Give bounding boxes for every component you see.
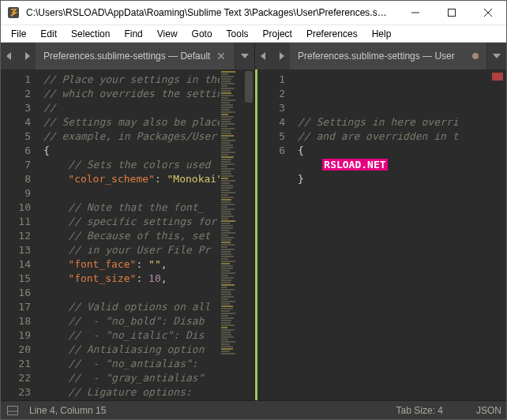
menu-tools[interactable]: Tools — [220, 27, 256, 41]
tab-row: Preferences.sublime-settings — Default P… — [1, 43, 506, 69]
code-line[interactable]: // Settings may also be placed — [43, 115, 220, 129]
code-line[interactable] — [43, 286, 220, 300]
code-line[interactable]: "color_scheme": "Monokai" — [43, 172, 220, 186]
tab-next-icon[interactable] — [272, 43, 290, 69]
status-cursor[interactable]: Line 4, Column 15 — [29, 405, 106, 416]
code-line[interactable]: { — [298, 144, 506, 158]
menu-goto[interactable]: Goto — [185, 27, 220, 41]
line-number: 13 — [6, 243, 31, 257]
menu-find[interactable]: Find — [117, 27, 149, 41]
statusbar: Line 4, Column 15 Tab Size: 4 JSON — [1, 400, 506, 419]
line-number: 22 — [6, 371, 31, 385]
app-window: C:\Users\RSLOAD\AppData\Roaming\Sublime … — [0, 0, 507, 420]
code-line[interactable] — [298, 186, 506, 201]
line-number: 3 — [262, 101, 285, 115]
line-number: 18 — [6, 314, 31, 328]
minimize-button[interactable] — [397, 1, 434, 25]
line-number: 8 — [6, 172, 31, 186]
panel-switcher-icon[interactable] — [6, 405, 20, 416]
line-number: 20 — [6, 343, 31, 357]
line-number: 10 — [6, 201, 31, 215]
line-number: 9 — [6, 186, 31, 201]
code-line[interactable]: // - "gray_antialias" — [43, 371, 220, 385]
code-line[interactable]: // Valid options on all — [43, 300, 220, 314]
code-line[interactable]: "font_size": 10, — [43, 272, 220, 286]
code-line[interactable]: // - "no_italic": Dis — [43, 328, 220, 343]
line-number: 14 — [6, 257, 31, 272]
line-number: 1 — [6, 73, 31, 87]
left-scrollbar[interactable] — [243, 69, 254, 400]
code-line[interactable]: // Note that the font_ — [43, 201, 220, 215]
code-line[interactable]: "font_face": "", — [43, 257, 220, 272]
menu-project[interactable]: Project — [256, 27, 299, 41]
tab-next-icon[interactable] — [18, 43, 36, 69]
line-number: 4 — [6, 115, 31, 129]
code-line[interactable]: // - "no_bold": Disab — [43, 314, 220, 328]
tab-prev-icon[interactable] — [255, 43, 272, 69]
menu-preferences[interactable]: Preferences — [299, 27, 365, 41]
tab-prev-icon[interactable] — [1, 43, 18, 69]
code-line[interactable]: // in your User File Pr — [43, 243, 220, 257]
editor-panes: 1234567891011121314151617181920212223 //… — [1, 69, 506, 400]
code-line[interactable]: // Settings in here overri — [298, 115, 506, 129]
code-line[interactable]: RSLOAD.NET — [298, 158, 506, 172]
line-number: 23 — [6, 385, 31, 399]
line-number: 16 — [6, 286, 31, 300]
tab-dropdown-icon[interactable] — [235, 43, 254, 69]
left-gutter: 1234567891011121314151617181920212223 — [1, 69, 39, 400]
code-line[interactable]: // Ligature options: — [43, 385, 220, 399]
line-number: 11 — [6, 215, 31, 229]
app-icon — [7, 6, 20, 19]
tab-right[interactable]: Preferences.sublime-settings — User — [290, 43, 487, 69]
tab-right-label: Preferences.sublime-settings — User — [298, 51, 466, 62]
titlebar: C:\Users\RSLOAD\AppData\Roaming\Sublime … — [1, 1, 506, 25]
scrollbar-thumb[interactable] — [245, 71, 253, 103]
code-line[interactable]: } — [298, 172, 506, 186]
code-line[interactable]: // Sets the colors used — [43, 158, 220, 172]
code-line[interactable]: // Antialiasing option — [43, 343, 220, 357]
line-number: 3 — [6, 101, 31, 115]
tab-dropdown-icon[interactable] — [487, 43, 506, 69]
code-line[interactable]: // - "no_antialias": — [43, 357, 220, 371]
right-editor[interactable]: // Settings in here overri// and are ove… — [293, 69, 506, 400]
code-line[interactable]: // example, in Packages/User — [43, 129, 220, 144]
left-editor[interactable]: // Place your settings in the// which ov… — [39, 69, 220, 400]
code-line[interactable] — [43, 186, 220, 201]
code-line[interactable]: // Place your settings in the — [43, 73, 220, 87]
code-line[interactable]: // — [43, 101, 220, 115]
menu-edit[interactable]: Edit — [33, 27, 64, 41]
tab-left[interactable]: Preferences.sublime-settings — Default — [36, 43, 235, 69]
code-line[interactable]: // which overrides the settings — [43, 87, 220, 101]
code-line[interactable]: // specific settings for — [43, 215, 220, 229]
left-tab-strip: Preferences.sublime-settings — Default — [1, 43, 255, 69]
status-tab-size[interactable]: Tab Size: 4 — [396, 405, 443, 416]
code-line[interactable]: // Because of this, set — [43, 229, 220, 243]
svg-marker-12 — [493, 54, 501, 58]
code-line[interactable]: { — [43, 144, 220, 158]
status-syntax[interactable]: JSON — [476, 405, 501, 416]
window-title: C:\Users\RSLOAD\AppData\Roaming\Sublime … — [26, 7, 397, 18]
right-pane: 123456 // Settings in here overri// and … — [255, 69, 506, 400]
line-number: 12 — [6, 229, 31, 243]
line-number: 19 — [6, 328, 31, 343]
right-tab-strip: Preferences.sublime-settings — User — [255, 43, 506, 69]
lint-error-icon[interactable] — [492, 73, 503, 81]
svg-rect-13 — [8, 406, 18, 414]
tab-close-icon[interactable] — [216, 51, 227, 62]
line-number: 6 — [262, 144, 285, 158]
maximize-button[interactable] — [434, 1, 470, 25]
menu-file[interactable]: File — [4, 27, 33, 41]
menu-selection[interactable]: Selection — [64, 27, 117, 41]
svg-marker-5 — [6, 52, 11, 60]
svg-marker-11 — [280, 52, 284, 60]
close-button[interactable] — [470, 1, 506, 25]
line-number: 6 — [6, 144, 31, 158]
line-number: 2 — [6, 87, 31, 101]
menu-help[interactable]: Help — [365, 27, 399, 41]
line-number: 5 — [6, 129, 31, 144]
left-minimap[interactable] — [220, 69, 243, 400]
line-number: 7 — [6, 158, 31, 172]
code-line[interactable]: // and are overridden in t — [298, 129, 506, 144]
menu-view[interactable]: View — [150, 27, 185, 41]
line-number: 4 — [262, 115, 285, 129]
